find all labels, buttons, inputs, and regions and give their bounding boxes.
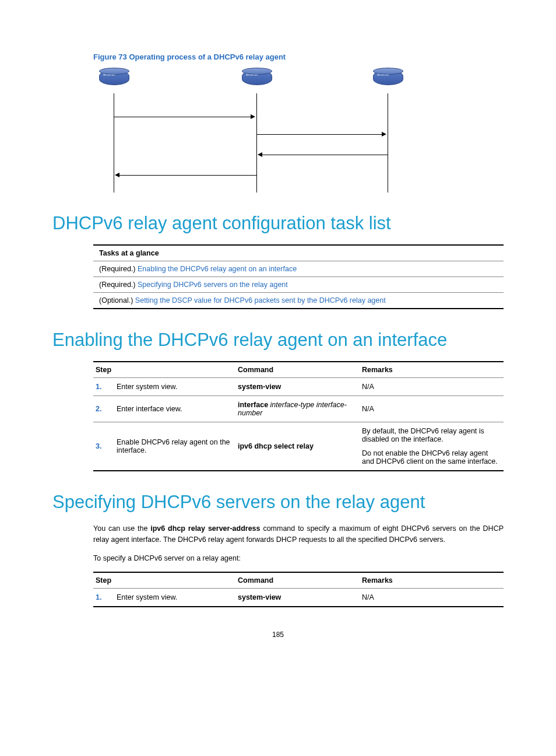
tasks-header: Tasks at a glance [93, 245, 504, 261]
step-command: system-view [235, 378, 360, 396]
step-remarks: N/A [360, 589, 504, 607]
step-number: 1. [93, 589, 114, 607]
col-command: Command [235, 362, 360, 378]
step-number: 3. [93, 422, 114, 471]
col-command: Command [235, 572, 360, 589]
router-icon-relay: ⇄ ⇄ ⇄ [242, 70, 271, 91]
step-desc: Enter system view. [114, 378, 235, 396]
step-command: system-view [235, 589, 360, 607]
paragraph: To specify a DHCPv6 server on a relay ag… [93, 553, 504, 564]
msg-arrow [118, 175, 256, 176]
step-command: ipv6 dhcp select relay [235, 422, 360, 471]
msg-arrow [114, 117, 252, 117]
step-desc: Enable DHCPv6 relay agent on the interfa… [114, 422, 235, 471]
step-number: 1. [93, 378, 114, 396]
task-link[interactable]: Specifying DHCPv6 servers on the relay a… [138, 281, 288, 289]
router-icon-client: ⇄ ⇄ ⇄ [99, 70, 128, 91]
task-link[interactable]: Setting the DSCP value for DHCPv6 packet… [135, 296, 386, 304]
col-step: Step [93, 362, 235, 378]
task-row: (Required.) Specifying DHCPv6 servers on… [93, 277, 504, 293]
paragraph: You can use the ipv6 dhcp relay server-a… [93, 523, 504, 546]
router-icon-server: ⇄ ⇄ ⇄ [373, 70, 402, 91]
page-number: 185 [52, 631, 504, 639]
col-remarks: Remarks [360, 572, 504, 589]
col-remarks: Remarks [360, 362, 504, 378]
section-heading-enable-relay: Enabling the DHCPv6 relay agent on an in… [52, 330, 504, 351]
task-row: (Required.) Enabling the DHCPv6 relay ag… [93, 261, 504, 277]
step-table-specify: Step Command Remarks 1. Enter system vie… [93, 572, 504, 607]
msg-arrow [261, 155, 388, 155]
section-heading-task-list: DHCPv6 relay agent configuration task li… [52, 213, 504, 234]
step-remarks: N/A [360, 396, 504, 422]
step-remarks: N/A [360, 378, 504, 396]
sequence-diagram: ⇄ ⇄ ⇄ ⇄ ⇄ ⇄ ⇄ ⇄ ⇄ [93, 70, 420, 192]
step-command: interface interface-type interface-numbe… [235, 396, 360, 422]
step-remarks: By default, the DHCPv6 relay agent is di… [360, 422, 504, 471]
task-row: (Optional.) Setting the DSCP value for D… [93, 293, 504, 309]
step-table-enable: Step Command Remarks 1. Enter system vie… [93, 361, 504, 471]
step-desc: Enter interface view. [114, 396, 235, 422]
msg-arrow [257, 134, 383, 135]
tasks-table: Tasks at a glance (Required.) Enabling t… [93, 244, 504, 309]
section-heading-specify-servers: Specifying DHCPv6 servers on the relay a… [52, 492, 504, 513]
col-step: Step [93, 572, 235, 589]
task-link[interactable]: Enabling the DHCPv6 relay agent on an in… [138, 265, 297, 273]
figure-caption: Figure 73 Operating process of a DHCPv6 … [93, 52, 504, 61]
step-number: 2. [93, 396, 114, 422]
step-desc: Enter system view. [114, 589, 235, 607]
